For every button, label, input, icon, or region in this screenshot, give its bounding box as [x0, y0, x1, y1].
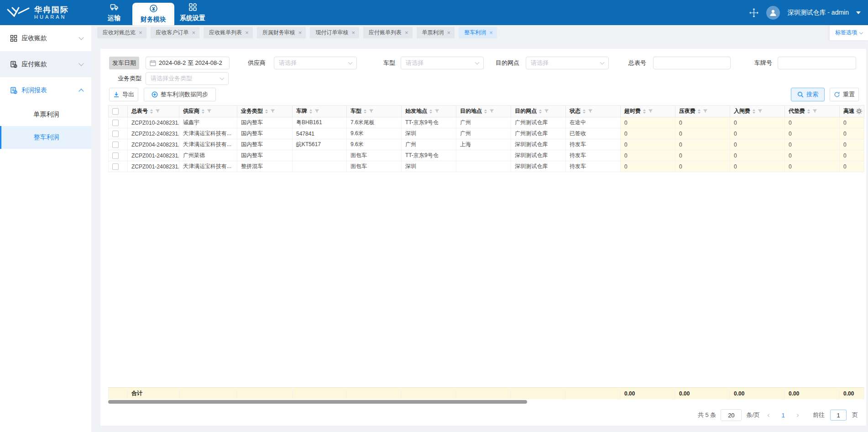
filter-funnel-icon[interactable]	[434, 109, 439, 114]
tab-finance-review[interactable]: 所属财务审核×	[257, 27, 306, 38]
move-icon[interactable]	[749, 8, 759, 18]
vehicle-type-select[interactable]: 请选择	[401, 57, 484, 69]
column-header-destination[interactable]: 目的地点	[456, 105, 511, 117]
column-header-business_type[interactable]: 业务类型	[237, 105, 293, 117]
filter-funnel-icon[interactable]	[758, 109, 763, 114]
user-avatar[interactable]	[766, 6, 780, 20]
filter-funnel-icon[interactable]	[369, 109, 374, 114]
filter-funnel-icon[interactable]	[588, 109, 593, 114]
table-row[interactable]: ZCPZ001-2408231...天津满运宝科技有...整拼混车面包车深圳深圳…	[109, 161, 864, 172]
column-header-status[interactable]: 状态	[566, 105, 621, 117]
current-user-label[interactable]: 深圳测试仓库 - admin	[787, 9, 849, 17]
supplier-select[interactable]: 请选择	[274, 57, 357, 69]
sidebar-item-receivables[interactable]: 应收账款	[0, 25, 91, 51]
column-header-dest_branch[interactable]: 目的网点	[511, 105, 566, 117]
tab-payable-bill-list[interactable]: 应付账单列表×	[363, 27, 413, 38]
current-page-button[interactable]: 1	[777, 412, 789, 419]
row-checkbox[interactable]	[112, 153, 119, 159]
cell-highway_fee: 0	[840, 117, 864, 128]
column-header-supplier[interactable]: 供应商	[179, 105, 237, 117]
filter-funnel-icon[interactable]	[314, 109, 319, 114]
tab-cash-order-review[interactable]: 现付订单审核×	[310, 27, 359, 38]
cell-status: 待发车	[566, 139, 621, 150]
row-checkbox[interactable]	[112, 131, 119, 137]
prev-page-button[interactable]: ‹	[764, 411, 773, 419]
master-no-input[interactable]	[657, 60, 727, 67]
nav-item-transport[interactable]: 运输	[96, 0, 132, 25]
sort-carets-icon[interactable]	[202, 109, 204, 114]
sort-carets-icon[interactable]	[753, 109, 755, 114]
user-menu-caret-icon[interactable]	[856, 11, 861, 14]
sort-carets-icon[interactable]	[265, 109, 268, 114]
column-header-origin[interactable]: 始发地点	[402, 105, 456, 117]
tab-vehicle-profit[interactable]: 整车利润×	[459, 27, 497, 38]
tab-receivable-reconcile-overview[interactable]: 应收对账总览×	[97, 27, 146, 38]
goto-page-input[interactable]	[830, 410, 847, 421]
plate-no-input[interactable]	[782, 60, 852, 67]
sort-carets-icon[interactable]	[698, 109, 701, 114]
sort-carets-icon[interactable]	[484, 109, 487, 114]
sort-carets-icon[interactable]	[309, 109, 312, 114]
tab-close-icon[interactable]: ×	[351, 30, 355, 36]
next-page-button[interactable]: ›	[794, 411, 802, 419]
nav-item-finance[interactable]: 财务模块	[132, 3, 174, 25]
row-checkbox[interactable]	[112, 120, 119, 126]
depart-date-toggle-button[interactable]: 发车日期	[109, 57, 139, 69]
sort-carets-icon[interactable]	[539, 109, 542, 114]
dest-branch-select[interactable]: 请选择	[526, 57, 609, 69]
sort-carets-icon[interactable]	[643, 109, 646, 114]
column-header-vehicle_type[interactable]: 车型	[347, 105, 402, 117]
column-settings-gear-icon[interactable]	[856, 108, 863, 115]
tab-close-icon[interactable]: ×	[298, 30, 302, 36]
filter-funnel-icon[interactable]	[544, 109, 549, 114]
sidebar-item-profit-reports[interactable]: 利润报表	[0, 77, 91, 103]
depart-date-range-input[interactable]: 2024-08-2 至 2024-08-2	[146, 57, 230, 69]
sidebar-subitem-single-ticket-profit[interactable]: 单票利润	[0, 103, 91, 126]
tab-receivable-bill-list[interactable]: 应收账单列表×	[204, 27, 253, 38]
sort-carets-icon[interactable]	[150, 109, 153, 114]
column-header-gate_fee[interactable]: 入闸费	[730, 105, 785, 117]
column-header-overtime_fee[interactable]: 超时费	[621, 105, 675, 117]
export-button[interactable]: 导出	[109, 88, 138, 101]
tab-options-button[interactable]: 标签选项	[830, 25, 868, 40]
sync-vehicle-profit-button[interactable]: 整车利润数据同步	[144, 88, 216, 101]
tab-close-icon[interactable]: ×	[192, 30, 196, 36]
tab-single-ticket-profit[interactable]: 单票利润×	[417, 27, 455, 38]
sidebar-subitem-vehicle-profit[interactable]: 整车利润	[0, 126, 91, 149]
column-header-plate[interactable]: 车牌	[293, 105, 347, 117]
select-all-checkbox[interactable]	[112, 108, 119, 115]
horizontal-scrollbar-thumb[interactable]	[108, 400, 527, 404]
table-row[interactable]: ZCPZ010-2408231...诚鑫宇国内整车粤BHB1617.6米尾板TT…	[109, 117, 864, 128]
row-checkbox[interactable]	[112, 163, 119, 170]
sort-carets-icon[interactable]	[364, 109, 366, 114]
nav-item-settings[interactable]: 系统设置	[174, 0, 211, 25]
tab-close-icon[interactable]: ×	[447, 30, 451, 36]
page-size-input[interactable]	[721, 409, 742, 421]
search-button[interactable]: 搜索	[791, 88, 825, 101]
tab-close-icon[interactable]: ×	[245, 30, 249, 36]
sort-carets-icon[interactable]	[807, 109, 810, 114]
filter-funnel-icon[interactable]	[155, 109, 160, 114]
column-header-advance_fee[interactable]: 代垫费	[785, 105, 840, 117]
filter-funnel-icon[interactable]	[703, 109, 708, 114]
business-type-select[interactable]: 请选择业务类型	[146, 72, 229, 85]
filter-funnel-icon[interactable]	[270, 109, 275, 114]
table-row[interactable]: ZCPZ012-2408231...天津满运宝科技有...国内整车5478419…	[109, 128, 864, 139]
column-header-master_no[interactable]: 总表号	[128, 105, 179, 117]
filter-funnel-icon[interactable]	[648, 109, 653, 114]
tab-close-icon[interactable]: ×	[139, 30, 142, 36]
tab-close-icon[interactable]: ×	[405, 30, 408, 36]
sort-carets-icon[interactable]	[583, 109, 586, 114]
column-header-overnight_fee[interactable]: 压夜费	[675, 105, 730, 117]
tab-receivable-customer-orders[interactable]: 应收客户订单×	[151, 27, 200, 38]
sort-carets-icon[interactable]	[429, 109, 432, 114]
filter-funnel-icon[interactable]	[207, 109, 212, 114]
filter-funnel-icon[interactable]	[812, 109, 817, 114]
sidebar-item-payables[interactable]: 应付账款	[0, 51, 91, 77]
table-row[interactable]: ZCPZ004-2408231...天津满运宝科技有...国内整车皖KT5617…	[109, 139, 864, 150]
row-checkbox[interactable]	[112, 142, 119, 148]
reset-button[interactable]: 重置	[830, 88, 859, 101]
filter-funnel-icon[interactable]	[489, 109, 494, 114]
table-row[interactable]: ZCPZ001-2408231...广州菜德国内整车面包车TT-京东9号仓深圳测…	[109, 150, 864, 161]
tab-close-icon[interactable]: ×	[489, 30, 493, 36]
